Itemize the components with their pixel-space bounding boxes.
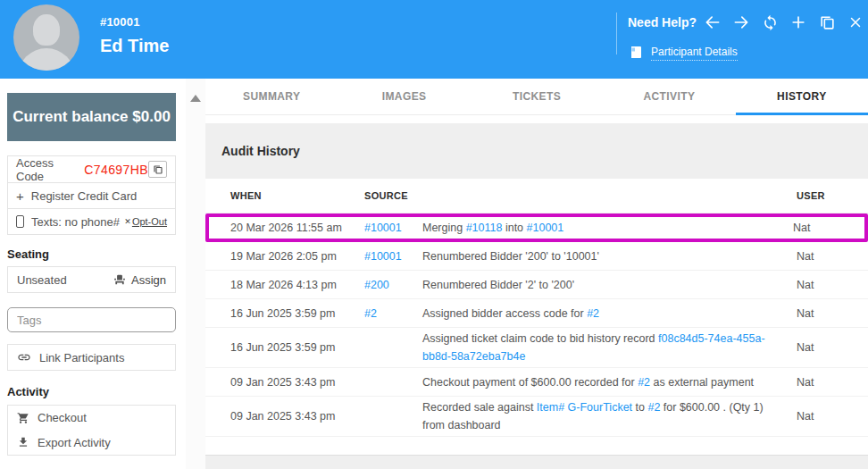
description-link[interactable]: #2 <box>587 307 599 320</box>
row-description: Assigned ticket claim code to bid histor… <box>422 330 797 365</box>
tab-label: TICKETS <box>513 90 561 103</box>
table-row: 20 Mar 2026 11:55 am #10001 Merging #101… <box>205 214 868 242</box>
description-text: Assigned ticket claim code to bid histor… <box>422 332 658 345</box>
col-header-source: SOURCE <box>364 190 422 201</box>
row-description: Renumbered Bidder '200' to '10001' <box>422 247 797 265</box>
row-when: 16 Jun 2025 3:59 pm <box>230 341 364 354</box>
row-when: 20 Mar 2026 11:55 am <box>230 222 364 234</box>
avatar-head <box>33 14 60 46</box>
source-link[interactable]: #2 <box>364 307 377 320</box>
phone-icon <box>16 215 24 228</box>
row-source: #200 <box>364 279 422 291</box>
table-row: 19 Mar 2026 2:05 pm #10001 Renumbered Bi… <box>205 242 868 271</box>
scroll-up-arrow-icon[interactable] <box>190 95 201 102</box>
export-activity-button[interactable]: Export Activity <box>7 430 176 456</box>
row-when: 18 Mar 2026 4:13 pm <box>230 279 364 291</box>
tab-label: HISTORY <box>777 90 826 103</box>
row-source: #2 <box>364 307 422 320</box>
header-nav-icons <box>704 13 868 31</box>
add-icon[interactable] <box>789 13 807 31</box>
tab-activity[interactable]: ACTIVITY <box>603 79 735 114</box>
link-participants-label: Link Participants <box>39 351 124 364</box>
audit-history-table: WHEN SOURCE USER 20 Mar 2026 11:55 am #1… <box>205 179 868 456</box>
participant-info-stack: Access Code C74697HB + Register Credit C… <box>7 155 176 235</box>
row-description: Recorded sale against Item# G-FourTicket… <box>422 398 797 434</box>
description-text: Merging <box>422 222 466 234</box>
description-link[interactable]: #2 <box>647 401 660 414</box>
description-text: to <box>632 401 647 414</box>
row-when: 19 Mar 2026 2:05 pm <box>230 250 364 263</box>
seating-box: Unseated Assign <box>7 266 176 293</box>
table-row: 18 Mar 2026 4:13 pm #200 Renumbered Bidd… <box>205 271 868 299</box>
audit-history-title: Audit History <box>221 144 300 158</box>
forward-arrow-icon[interactable] <box>732 13 750 31</box>
download-icon <box>17 436 29 448</box>
row-user: Nat <box>797 376 859 389</box>
table-row: 16 Jun 2025 3:59 pm #2 Assigned bidder a… <box>205 299 868 328</box>
access-code-value: C74697HB <box>84 163 148 177</box>
row-user: Nat <box>797 307 859 320</box>
back-arrow-icon[interactable] <box>704 13 722 31</box>
header: #10001 Ed Time Need Help? Participant De… <box>0 0 868 79</box>
tab-tickets[interactable]: TICKETS <box>471 79 603 114</box>
sidebar: Current balance $0.00 Access Code C74697… <box>0 79 186 469</box>
sync-icon[interactable] <box>761 13 779 31</box>
seating-heading: Seating <box>7 247 49 261</box>
activity-heading: Activity <box>7 385 49 398</box>
row-user: Nat <box>793 222 855 234</box>
source-link[interactable]: #200 <box>364 279 389 291</box>
source-link[interactable]: #10001 <box>364 222 402 234</box>
avatar <box>13 4 79 71</box>
opt-out-link[interactable]: ✕ Opt-Out <box>124 216 167 227</box>
row-description: Merging #10118 into #10001 <box>422 219 793 237</box>
row-source: #10001 <box>364 222 422 234</box>
access-code-row: Access Code C74697HB <box>8 156 175 182</box>
header-divider <box>616 13 617 54</box>
register-credit-card-button[interactable]: + Register Credit Card <box>8 182 175 208</box>
assign-seat-button[interactable]: Assign <box>113 273 166 287</box>
description-link[interactable]: #10001 <box>527 222 564 234</box>
participant-details-link[interactable]: Participant Details <box>651 46 738 61</box>
row-user: Nat <box>797 279 859 291</box>
tab-summary[interactable]: SUMMARY <box>205 79 338 114</box>
assign-label: Assign <box>131 273 166 287</box>
source-link[interactable]: #10001 <box>364 250 402 263</box>
texts-label: Texts: no phone# <box>31 215 120 229</box>
table-row: 16 Jun 2025 3:59 pm Assigned ticket clai… <box>205 328 868 368</box>
link-participants-button[interactable]: Link Participants <box>7 344 176 371</box>
need-help-link[interactable]: Need Help? <box>628 15 697 29</box>
tags-input[interactable] <box>7 307 176 332</box>
copy-window-icon[interactable] <box>818 13 836 31</box>
sidebar-scrollbar[interactable] <box>186 79 205 469</box>
close-icon[interactable] <box>847 13 864 31</box>
audit-table-body: 20 Mar 2026 11:55 am #10001 Merging #101… <box>205 214 868 437</box>
row-when: 09 Jan 2025 3:43 pm <box>230 376 364 389</box>
tab-label: SUMMARY <box>243 90 300 103</box>
description-text: Renumbered Bidder '2' to '200' <box>422 279 574 291</box>
copy-access-code-button[interactable] <box>148 161 167 178</box>
texts-row: Texts: no phone# ✕ Opt-Out <box>8 208 175 234</box>
tab-images[interactable]: IMAGES <box>338 79 470 114</box>
avatar-shoulders <box>18 48 75 71</box>
book-icon <box>630 46 641 61</box>
tab-label: IMAGES <box>382 90 427 103</box>
table-row: 09 Jan 2025 3:43 pm Checkout payment of … <box>205 368 868 397</box>
row-user: Nat <box>797 410 859 423</box>
tab-label: ACTIVITY <box>643 90 695 103</box>
seating-status: Unseated <box>17 273 67 287</box>
page-title: Ed Time <box>100 36 169 56</box>
opt-out-label: Opt-Out <box>132 216 167 227</box>
row-description: Assigned bidder access code for #2 <box>422 305 797 322</box>
participant-number: #10001 <box>100 15 169 29</box>
link-icon <box>17 350 31 364</box>
description-text: into <box>502 222 526 234</box>
plus-icon: + <box>16 188 24 204</box>
tab-history[interactable]: HISTORY <box>736 79 868 114</box>
current-balance-badge: Current balance $0.00 <box>7 93 176 141</box>
checkout-button[interactable]: Checkout <box>7 405 176 431</box>
description-link[interactable]: #2 <box>638 376 650 389</box>
main-content: SUMMARYIMAGESTICKETSACTIVITYHISTORY Audi… <box>205 79 868 469</box>
description-link[interactable]: Item# G-FourTicket <box>537 401 632 414</box>
description-link[interactable]: #10118 <box>466 222 503 234</box>
description-text: as external payment <box>650 376 754 389</box>
